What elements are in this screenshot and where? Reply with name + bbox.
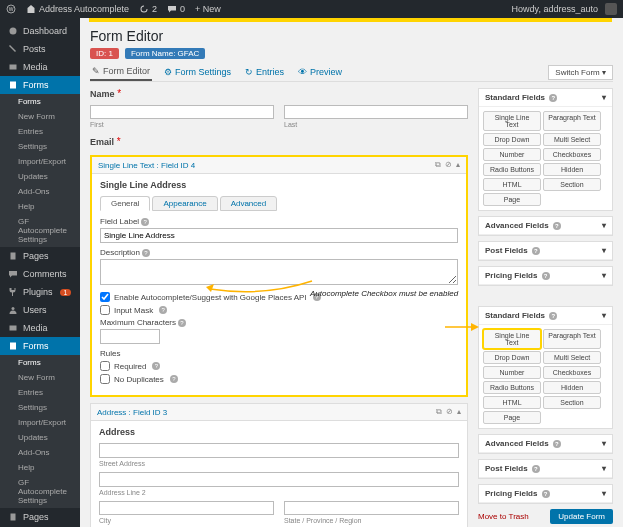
fbtn-pt[interactable]: Paragraph Text [543,111,601,131]
menu-plugins[interactable]: Plugins1 [0,283,80,301]
fbtn-pt2[interactable]: Paragraph Text [543,329,601,349]
submenu-forms[interactable]: Forms [0,94,80,109]
fbtn-num[interactable]: Number [483,148,541,161]
tab-entries[interactable]: ↻ Entries [243,64,286,80]
fbtn-hid2[interactable]: Hidden [543,381,601,394]
site-name[interactable]: Address Autocomplete [26,4,129,14]
fbtn-page[interactable]: Page [483,193,541,206]
submenu-updates[interactable]: Updates [0,169,80,184]
menu-posts[interactable]: Posts [0,40,80,58]
input-mask-checkbox[interactable] [100,305,110,315]
fbtn-num2[interactable]: Number [483,366,541,379]
menu-media2[interactable]: Media [0,319,80,337]
menu-users[interactable]: Users [0,301,80,319]
menu-forms[interactable]: Forms [0,76,80,94]
subtab-general[interactable]: General [100,196,150,211]
panel-del-icon[interactable]: ⊘ [446,407,453,417]
howdy[interactable]: Howdy, address_auto [512,3,617,15]
menu-pages[interactable]: Pages [0,247,80,265]
sp-head-adv[interactable]: Advanced Fields ?▾ [479,217,612,235]
subtab-advanced[interactable]: Advanced [220,196,278,211]
submenu-gfac[interactable]: GF Autocomplete Settings [0,214,80,247]
panel-toggle-icon[interactable]: ▴ [457,407,461,417]
fbtn-rb2[interactable]: Radio Buttons [483,381,541,394]
fbtn-page2[interactable]: Page [483,411,541,424]
fbtn-ms2[interactable]: Multi Select [543,351,601,364]
comments-icon[interactable]: 0 [167,4,185,14]
menu-media[interactable]: Media [0,58,80,76]
submenu-help[interactable]: Help [0,199,80,214]
help-icon[interactable]: ? [178,319,186,327]
submenu2-updates[interactable]: Updates [0,430,80,445]
max-chars-input[interactable] [100,329,160,344]
sp-head-adv2[interactable]: Advanced Fields ?▾ [479,435,612,453]
new-link[interactable]: + New [195,4,221,14]
name-first-input[interactable] [90,105,274,119]
help-icon[interactable]: ? [152,362,160,370]
panel-dup-icon[interactable]: ⧉ [436,407,442,417]
tab-form-settings[interactable]: ⚙ Form Settings [162,64,233,80]
help-icon[interactable]: ? [141,218,149,226]
switch-form[interactable]: Switch Form ▾ [548,65,613,80]
subtab-appearance[interactable]: Appearance [152,196,217,211]
submenu2-gfac[interactable]: GF Autocomplete Settings [0,475,80,508]
panel-toggle-icon[interactable]: ▴ [456,160,460,170]
submenu-settings[interactable]: Settings [0,139,80,154]
fbtn-html2[interactable]: HTML [483,396,541,409]
fbtn-cb2[interactable]: Checkboxes [543,366,601,379]
move-to-trash[interactable]: Move to Trash [478,512,529,521]
submenu-newform[interactable]: New Form [0,109,80,124]
addr-street-input[interactable] [99,443,459,458]
help-icon[interactable]: ? [159,306,167,314]
submenu2-help[interactable]: Help [0,460,80,475]
panel-del-icon[interactable]: ⊘ [445,160,452,170]
submenu2-settings[interactable]: Settings [0,400,80,415]
help-icon[interactable]: ? [170,375,178,383]
menu-pages2[interactable]: Pages [0,508,80,526]
tab-preview[interactable]: 👁 Preview [296,64,344,80]
fbtn-ms[interactable]: Multi Select [543,133,601,146]
sp-head-pricing2[interactable]: Pricing Fields ?▾ [479,485,612,503]
nodup-checkbox[interactable] [100,374,110,384]
submenu2-newform[interactable]: New Form [0,370,80,385]
help-icon[interactable]: ? [142,249,150,257]
name-last-input[interactable] [284,105,468,119]
tab-form-editor[interactable]: ✎ Form Editor [90,63,152,81]
panel-dup-icon[interactable]: ⧉ [435,160,441,170]
field-label-input[interactable] [100,228,458,243]
fbtn-hid[interactable]: Hidden [543,163,601,176]
menu-comments[interactable]: Comments [0,265,80,283]
submenu2-entries[interactable]: Entries [0,385,80,400]
sp-head-post[interactable]: Post Fields ?▾ [479,242,612,260]
submenu2-addons[interactable]: Add-Ons [0,445,80,460]
addr-city-input[interactable] [99,501,274,515]
description-textarea[interactable] [100,259,458,285]
update-form-button[interactable]: Update Form [550,509,613,524]
fbtn-html[interactable]: HTML [483,178,541,191]
sp-head-standard[interactable]: Standard Fields ?▾ [479,89,612,107]
submenu2-import[interactable]: Import/Export [0,415,80,430]
submenu-addons[interactable]: Add-Ons [0,184,80,199]
fbtn-cb[interactable]: Checkboxes [543,148,601,161]
enable-autocomplete-checkbox[interactable] [100,292,110,302]
sp-head-post2[interactable]: Post Fields ?▾ [479,460,612,478]
fbtn-rb[interactable]: Radio Buttons [483,163,541,176]
wp-logo[interactable]: W [6,4,16,14]
submenu-import[interactable]: Import/Export [0,154,80,169]
required-checkbox[interactable] [100,361,110,371]
submenu-entries[interactable]: Entries [0,124,80,139]
sp-head-standard2[interactable]: Standard Fields ?▾ [479,307,612,325]
fbtn-slt2[interactable]: Single Line Text [483,329,541,349]
fbtn-dd2[interactable]: Drop Down [483,351,541,364]
submenu2-forms[interactable]: Forms [0,355,80,370]
addr-state-input[interactable] [284,501,459,515]
menu-dashboard[interactable]: Dashboard [0,22,80,40]
menu-forms2[interactable]: Forms [0,337,80,355]
fbtn-sec[interactable]: Section [543,178,601,191]
addr-line2-input[interactable] [99,472,459,487]
fbtn-dd[interactable]: Drop Down [483,133,541,146]
fbtn-slt[interactable]: Single Line Text [483,111,541,131]
updates-icon[interactable]: 2 [139,4,157,14]
fbtn-sec2[interactable]: Section [543,396,601,409]
sp-head-pricing[interactable]: Pricing Fields ?▾ [479,267,612,285]
